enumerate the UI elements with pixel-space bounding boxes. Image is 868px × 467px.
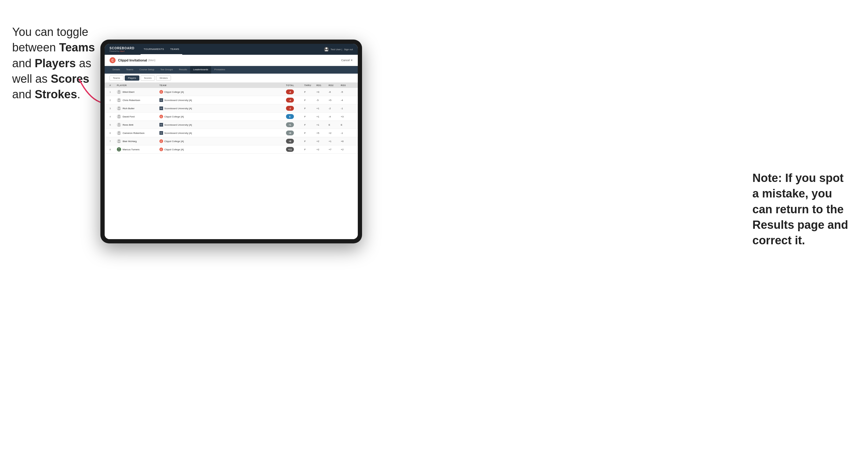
sign-out-btn[interactable]: Sign out xyxy=(344,48,353,51)
rd2-1: -6 xyxy=(329,91,341,93)
col-rd3: RD3 xyxy=(341,84,353,87)
svg-point-8 xyxy=(118,139,120,141)
player-8: Marcus Turners xyxy=(117,147,159,152)
toggle-bar: Teams Players Scores Strokes xyxy=(105,74,358,83)
tab-results[interactable]: Results xyxy=(176,66,190,74)
cancel-button[interactable]: Cancel ✕ xyxy=(341,59,353,62)
team-name-8: Clippd College [A] xyxy=(164,148,184,151)
score-badge-3: -2 xyxy=(286,106,294,111)
player-5: Rees Britt xyxy=(117,123,159,127)
rd2-4: -4 xyxy=(329,115,341,118)
rd1-1: +3 xyxy=(316,91,329,93)
rd1-4: +1 xyxy=(316,115,329,118)
tab-course-setup[interactable]: Course Setup xyxy=(136,66,157,74)
rd1-5: +1 xyxy=(316,124,329,126)
svg-point-3 xyxy=(118,99,120,100)
rd2-2: +5 xyxy=(329,99,341,102)
table-row: 4 David Ford C Clippd College [A] E F +1… xyxy=(105,113,358,121)
rd2-8: +7 xyxy=(329,148,341,151)
team-name-4: Clippd College [A] xyxy=(164,115,184,118)
total-8: +11 xyxy=(286,147,304,152)
rd3-3: -1 xyxy=(341,107,353,110)
tournament-header: C Clippd Invitational (Men) Cancel ✕ xyxy=(105,55,358,66)
toggle-strokes-btn[interactable]: Strokes xyxy=(156,75,171,81)
total-5: +1 xyxy=(286,122,304,127)
thru-2: F xyxy=(304,99,316,102)
player-name-3: Rich Butler xyxy=(123,107,134,110)
table-row: 6 Cameron Robertson SU Scoreboard Univer… xyxy=(105,129,358,137)
team-logo-2: SU xyxy=(159,98,163,102)
team-name-5: Scoreboard University [A] xyxy=(164,124,192,126)
player-name-7: Blair McHarg xyxy=(123,140,136,143)
team-logo-5: SU xyxy=(159,123,163,127)
avatar-4 xyxy=(117,115,121,119)
thru-4: F xyxy=(304,115,316,118)
player-name-6: Cameron Robertson xyxy=(123,132,145,134)
score-badge-8: +11 xyxy=(286,147,294,152)
nav-teams[interactable]: TEAMS xyxy=(167,44,182,55)
tab-details[interactable]: Details xyxy=(110,66,123,74)
table-row: 8 Marcus Turners C Clippd College [A] +1… xyxy=(105,146,358,154)
team-logo-3: SU xyxy=(159,106,163,110)
toggle-players-btn[interactable]: Players xyxy=(125,75,140,81)
player-name-1: Elliot Ebert xyxy=(123,91,134,93)
team-logo-4: C xyxy=(159,115,163,118)
svg-point-7 xyxy=(118,131,120,133)
tablet-frame: SCOREBOARD Powered by clippd TOURNAMENTS… xyxy=(100,39,362,243)
thru-5: F xyxy=(304,124,316,126)
player-4: David Ford xyxy=(117,115,159,119)
annotation-line1: You can toggle xyxy=(12,26,88,38)
tab-tee-groups[interactable]: Tee Groups xyxy=(157,66,176,74)
logo-area: SCOREBOARD Powered by clippd xyxy=(110,47,134,52)
rd2-7: +1 xyxy=(329,140,341,143)
table-row: 3 Rich Butler SU Scoreboard University [… xyxy=(105,104,358,113)
nav-tournaments[interactable]: TOURNAMENTS xyxy=(141,44,167,55)
avatar-7 xyxy=(117,139,121,143)
table-row: 2 Chris Robertson SU Scoreboard Universi… xyxy=(105,96,358,104)
team-7: C Clippd College [A] xyxy=(159,139,286,143)
player-name-2: Chris Robertson xyxy=(123,99,140,102)
total-4: E xyxy=(286,114,304,119)
pos-4: 4 xyxy=(110,115,117,118)
table-row: 7 Blair McHarg C Clippd College [A] +8 F… xyxy=(105,137,358,146)
col-team: TEAM xyxy=(159,84,286,87)
tab-leaderboards[interactable]: Leaderboards xyxy=(190,66,211,74)
team-3: SU Scoreboard University [A] xyxy=(159,106,286,110)
total-1: -8 xyxy=(286,89,304,94)
rd2-6: +2 xyxy=(329,132,341,134)
tab-printables[interactable]: Printables xyxy=(211,66,228,74)
total-2: -4 xyxy=(286,98,304,102)
team-name-1: Clippd College [A] xyxy=(164,91,184,93)
total-3: -2 xyxy=(286,106,304,111)
results-ref: Results xyxy=(752,218,794,231)
team-8: C Clippd College [A] xyxy=(159,148,286,151)
user-avatar xyxy=(324,47,329,52)
team-4: C Clippd College [A] xyxy=(159,115,286,118)
team-logo-6: SU xyxy=(159,131,163,135)
thru-7: F xyxy=(304,140,316,143)
toggle-scores-btn[interactable]: Scores xyxy=(141,75,155,81)
svg-point-6 xyxy=(118,123,120,125)
avatar-1 xyxy=(117,90,121,94)
rd1-6: +5 xyxy=(316,132,329,134)
tab-bar: Details Teams Course Setup Tee Groups Re… xyxy=(105,66,358,74)
nav-links: TOURNAMENTS TEAMS xyxy=(141,44,182,55)
score-badge-6: +6 xyxy=(286,130,294,135)
score-badge-7: +8 xyxy=(286,139,294,144)
toggle-teams-btn[interactable]: Teams xyxy=(110,75,124,81)
svg-point-4 xyxy=(118,107,120,108)
total-7: +8 xyxy=(286,139,304,144)
team-name-7: Clippd College [A] xyxy=(164,140,184,143)
col-rd1: RD1 xyxy=(316,84,329,87)
team-name-3: Scoreboard University [A] xyxy=(164,107,192,110)
thru-1: F xyxy=(304,91,316,93)
player-2: Chris Robertson xyxy=(117,98,159,102)
rd3-2: -4 xyxy=(341,99,353,102)
tab-teams[interactable]: Teams xyxy=(123,66,136,74)
score-badge-5: +1 xyxy=(286,122,294,127)
tablet-screen: SCOREBOARD Powered by clippd TOURNAMENTS… xyxy=(105,44,358,239)
logo-text: SCOREBOARD xyxy=(110,47,134,50)
rd2-3: -2 xyxy=(329,107,341,110)
table-header: # PLAYER TEAM TOTAL THRU RD1 RD2 RD3 xyxy=(105,83,358,88)
rd3-6: -1 xyxy=(341,132,353,134)
